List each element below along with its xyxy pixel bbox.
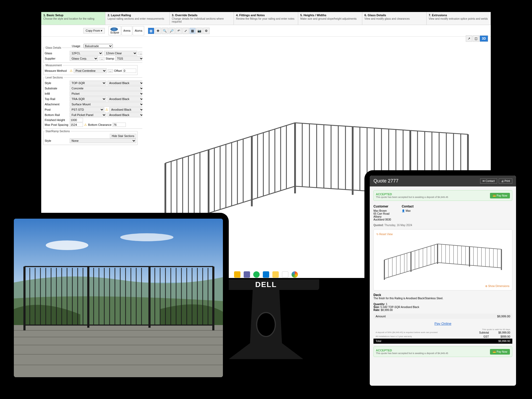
tool-fit-button[interactable]: ⤢ [182, 28, 189, 34]
wizard-tab-override-details[interactable]: 3. Override Details Change details for i… [170, 12, 234, 25]
finished-height-input[interactable] [70, 118, 83, 122]
wizard-tab-extrusions[interactable]: 7. Extrusions View and modify extrusion … [427, 12, 491, 25]
amount-value: $8,999.00 [497, 315, 510, 318]
quote-page[interactable]: Quote 2777 ✉ Contact 🖨 Print ACCEPTED Th… [370, 176, 516, 386]
taskbar-spotify-icon[interactable] [253, 271, 260, 278]
wizard-tab-glass-details[interactable]: 6. Glass Details View and modify glass a… [362, 12, 426, 25]
taskbar-teams-icon[interactable] [244, 271, 250, 278]
deck-section: Deck The finish for this Railing is Anod… [373, 293, 512, 311]
brand-eclipse-button[interactable]: Eclipse [109, 26, 121, 35]
view-iso-button[interactable]: ◫ [473, 35, 479, 42]
accepted-banner-bottom: ACCEPTED This quote has been accepted bu… [373, 346, 512, 357]
tool-select-button[interactable]: ▦ [148, 28, 154, 34]
warning-icon: ⚠ [70, 69, 73, 73]
glass-label: Glass [45, 52, 69, 55]
tab-desc: Change details for individual sections w… [172, 17, 231, 23]
supplier-more-button[interactable]: ... [99, 57, 105, 60]
tool-grid-button[interactable]: ▦ [189, 28, 196, 34]
tab-desc: Choose the style and location for the ra… [43, 17, 103, 20]
copy-from-button[interactable]: Copy From ▾ [83, 28, 105, 34]
post-finish-select[interactable]: Anodised Black [109, 107, 144, 112]
pay-online-link[interactable]: Pay Online [373, 322, 512, 326]
brand-arena-button[interactable]: Arena [122, 26, 132, 35]
tab-title: 7. Extrusions [429, 14, 488, 17]
wizard-tab-layout-railing[interactable]: 2. Layout Railing Layout railing section… [105, 12, 169, 25]
customer-block: Customer Max Brown 65 Carr Road Albany A… [373, 205, 391, 221]
stamp-select[interactable]: TGS [115, 56, 144, 61]
offset-input[interactable] [123, 69, 136, 73]
attachment-select[interactable]: Surface Mount [70, 102, 144, 107]
supplier-select[interactable]: Glass Corp. [70, 56, 98, 61]
taskbar-chrome-icon[interactable] [292, 271, 298, 278]
properties-panel: Glass Details Glass 12FCL 12mm Clear ...… [41, 45, 140, 147]
print-button[interactable]: 🖨 Print [499, 178, 512, 184]
post-code-select[interactable]: PST-STD [70, 107, 104, 112]
taskbar-folder-icon[interactable] [234, 271, 240, 278]
bottomrail-finish-select[interactable]: Anodised Black [107, 113, 144, 117]
max-post-input[interactable] [70, 123, 83, 127]
hide-stair-button[interactable]: Hide Stair Sections [110, 134, 136, 138]
view-3d-button[interactable]: 3D [480, 35, 488, 42]
accepted-title: ACCEPTED [376, 349, 448, 352]
view-share-button[interactable]: ↗ [466, 35, 472, 42]
taskbar-outlook-icon[interactable] [263, 271, 269, 278]
toprail-finish-select[interactable]: Anodised Black [107, 97, 144, 101]
infill-select[interactable]: Picket [70, 91, 144, 96]
wizard-tab-fittings-notes[interactable]: 4. Fittings and Notes Review the fitting… [234, 12, 298, 25]
tab-desc: Make size and ground slope/height adjust… [300, 17, 360, 20]
infill-label: Infill [45, 92, 69, 95]
bottom-clear-input[interactable] [113, 123, 126, 127]
measure-method-select[interactable]: Post Centreline [74, 68, 107, 73]
tab-title: 3. Override Details [172, 14, 231, 17]
accepted-desc: This quote has been accepted but is awai… [376, 196, 448, 198]
reset-view-link[interactable]: ↻ Reset View [376, 233, 393, 236]
subtotal-value: $8,999.00 [489, 331, 510, 334]
validity-note: This quote is valid for 60 days [373, 328, 512, 331]
measurement-section: Measurement Measure Method ⚠ Post Centre… [43, 64, 138, 75]
tab-title: 4. Fittings and Notes [236, 14, 296, 17]
post-label: Post [45, 108, 69, 111]
tool-move-button[interactable]: ✥ [155, 28, 161, 34]
brand-aluma-button[interactable]: Aluma [133, 26, 144, 35]
glass-type-select[interactable]: 12mm Clear [104, 51, 137, 56]
total-value: $9,898.90 [498, 340, 510, 343]
customer-label: Customer [373, 205, 391, 208]
taskbar-calculator-icon[interactable] [282, 271, 288, 278]
style-code-select[interactable]: TOP-SQR [70, 81, 106, 85]
section-title: Glass Details [45, 46, 62, 49]
totals-block: This quote is valid for 60 days A deposi… [373, 328, 512, 344]
tool-settings-button[interactable]: ⚙ [203, 28, 210, 34]
substrate-label: Substrate [45, 87, 69, 90]
stair-style-label: Style [45, 139, 69, 142]
total-label: Total [376, 340, 381, 343]
supplier-label: Supplier [45, 57, 69, 60]
pay-now-button-bottom[interactable]: 💳 Pay Now [490, 349, 510, 355]
toprail-code-select[interactable]: TRA-SQR [70, 97, 106, 101]
show-dimensions-link[interactable]: ⊕ Show Dimensions [485, 285, 509, 288]
bottomrail-select[interactable]: Full Picket Panel [70, 113, 106, 117]
stair-style-select[interactable]: None [70, 138, 136, 143]
glass-code-select[interactable]: 12FCL [70, 51, 103, 56]
wizard-tab-heights-widths[interactable]: 5. Heights / Widths Make size and ground… [298, 12, 362, 25]
section-title: Stair/Ramp Sections [45, 130, 70, 133]
measure-method-label: Measure Method [45, 69, 69, 72]
monitor-brand-logo: DELL [255, 280, 277, 289]
quote-image-box: ↻ Reset View ⊕ Show Dimens [373, 229, 512, 290]
tool-zoomout-button[interactable]: 🔎 [169, 28, 175, 34]
substrate-select[interactable]: Concrete [70, 86, 144, 91]
contact-button[interactable]: ✉ Contact [480, 178, 497, 184]
pay-now-button[interactable]: 💳 Pay Now [490, 193, 510, 198]
measure-more-button[interactable]: ... [108, 69, 113, 73]
deck-title: Deck [373, 293, 381, 297]
style-finish-select[interactable]: Anodised Black [107, 81, 144, 85]
tool-snapshot-button[interactable]: 📷 [196, 28, 203, 34]
taskbar-explorer-icon[interactable] [272, 271, 279, 278]
level-sections-section: Level Sections Style TOP-SQR Anodised Bl… [43, 76, 145, 129]
tab-desc: View and modify glass and clearances [364, 17, 424, 20]
tool-undo-button[interactable]: ↶ [176, 28, 182, 34]
brand-label: Eclipse [110, 31, 119, 34]
attachment-label: Attachment [45, 103, 69, 106]
tablet-photo [8, 213, 229, 383]
wizard-tab-basic-setup[interactable]: 1. Basic Setup Choose the style and loca… [41, 12, 105, 25]
tool-zoomin-button[interactable]: 🔍 [162, 28, 168, 34]
